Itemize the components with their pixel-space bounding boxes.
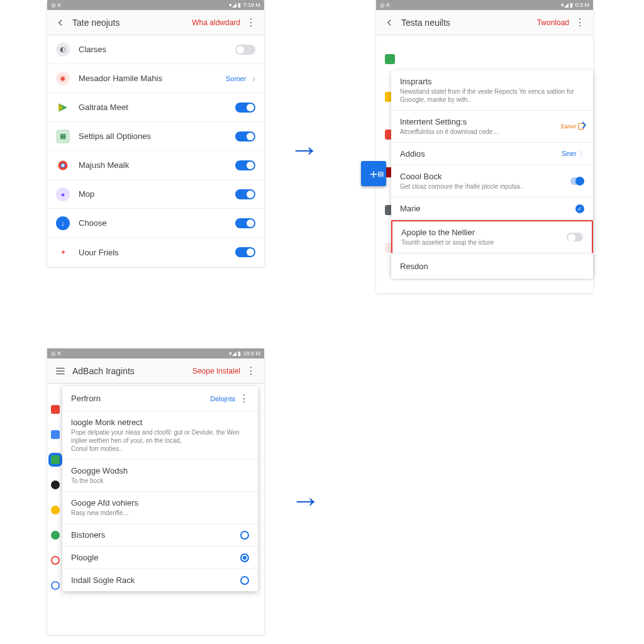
row-sub: Atroeffulnlss on ê download cede… <box>400 128 561 136</box>
app-bar: Testa neuilts Twonload ⋮ <box>376 10 593 35</box>
list-item[interactable]: ● Mop <box>47 180 264 209</box>
list-item[interactable]: ↓ Choose <box>47 209 264 238</box>
row-right-text[interactable]: Siner ⋮ <box>562 150 584 157</box>
list-item[interactable]: ◉ Mesador Hamile Mahis Somer › <box>47 64 264 93</box>
popup-row[interactable]: Bistoners <box>62 524 258 547</box>
more-icon[interactable]: ⋮ <box>573 16 587 30</box>
status-right: ▾◢ ▮ 7:19 M <box>229 2 260 8</box>
toggle[interactable] <box>235 247 255 257</box>
back-icon[interactable] <box>382 16 396 30</box>
radio[interactable] <box>240 576 249 585</box>
row-title: loogle Monk netrect <box>71 418 249 427</box>
row-title: Interrtent Setting:s <box>400 117 561 126</box>
flow-arrow-icon: → <box>289 132 319 167</box>
row-title: Addios <box>400 149 562 158</box>
app-icon: ✶ <box>56 245 70 259</box>
popup-row[interactable]: loogle Monk netrect Pope delpatie your n… <box>62 411 258 460</box>
header-action[interactable]: Seope Instalel <box>192 367 240 375</box>
svg-point-2 <box>62 164 65 167</box>
app-bar: Tate neojuts Wha aldwdard ⋮ <box>47 10 264 35</box>
panel-row[interactable]: Marie ✓ <box>391 197 593 220</box>
list-item[interactable]: ▦ Settips all Optiiones <box>47 122 264 151</box>
item-label: Mop <box>79 189 235 199</box>
item-label: Settips all Optiiones <box>79 131 235 141</box>
app-icon: ● <box>56 187 70 201</box>
row-title: Googge Wodsh <box>71 466 249 475</box>
status-right: ▾◢ ▮ 0:3 M <box>561 2 589 8</box>
panel-row[interactable]: Interrtent Setting:s Atroeffulnlss on ê … <box>391 111 593 143</box>
app-bar: AdBach Iragints Seope Instalel ⋮ <box>47 358 264 384</box>
more-icon[interactable]: ⋮ <box>244 364 258 378</box>
header-action[interactable]: Wha aldwdard <box>192 18 240 27</box>
status-left: ◎ K <box>380 2 391 8</box>
item-label: Uour Friels <box>79 248 235 257</box>
app-icon: ▦ <box>56 130 70 143</box>
page-title: Tate neojuts <box>72 18 192 28</box>
page-title: AdBach Iragints <box>72 366 192 376</box>
row-title: Marie <box>400 204 575 213</box>
row-title: Ploogle <box>71 553 240 562</box>
row-sub: Pope delpatie your nleas and cloofil: gu… <box>71 428 249 453</box>
toggle[interactable] <box>235 218 255 228</box>
status-right: ▾◢ ▮ 18:9 M <box>229 350 260 357</box>
popup-link[interactable]: Delojnts <box>210 395 235 402</box>
panel-row-highlighted[interactable]: Apople to the Nellier Tounth assetiet or… <box>391 220 593 253</box>
more-icon[interactable]: ⋮ <box>239 392 249 404</box>
row-sub: Tounth assetiet or soup the icture <box>401 238 567 247</box>
toggle[interactable] <box>235 103 255 113</box>
popup-row[interactable]: Indall Sogle Rack <box>62 569 258 591</box>
chrome-icon <box>56 158 70 172</box>
fab-add-button[interactable]: ＋ ▤ <box>361 161 386 186</box>
list-item[interactable]: ◐ Clarses <box>47 35 264 64</box>
toggle[interactable] <box>235 160 255 170</box>
popup-menu: Perfrorn Delojnts ⋮ loogle Monk netrect … <box>62 386 258 591</box>
popup-title: Perfrorn <box>71 394 210 403</box>
toggle[interactable] <box>570 177 584 185</box>
popup-row[interactable]: Ploogle <box>62 547 258 569</box>
panel-desc: Newsitand statel from if the veste Repec… <box>400 87 584 104</box>
page-title: Testa neuilts <box>401 18 537 28</box>
status-bar: ◎ K ▾◢ ▮ 18:9 M <box>47 348 264 358</box>
app-icon: ◐ <box>56 43 70 57</box>
menu-icon[interactable] <box>53 364 67 378</box>
app-icon: ◉ <box>56 72 70 86</box>
list-item[interactable]: Galtrata Meet <box>47 93 264 122</box>
row-title: Bistoners <box>71 530 240 540</box>
status-bar: ◎ K ▾◢ ▮ 0:3 M <box>376 0 593 10</box>
radio[interactable] <box>240 553 249 562</box>
list-item[interactable]: ✶ Uour Friels <box>47 238 264 267</box>
radio[interactable] <box>240 531 249 540</box>
check-icon[interactable]: ✓ <box>575 204 584 213</box>
status-bar: ◎ K ▾◢ ▮ 7:19 M <box>47 0 264 10</box>
panel-row[interactable]: Addios Siner ⋮ <box>391 143 593 165</box>
toggle[interactable] <box>235 189 255 199</box>
panel-row[interactable]: Resdon <box>391 254 593 279</box>
back-icon[interactable] <box>53 16 67 30</box>
list-item[interactable]: Majush Mealk <box>47 151 264 180</box>
panel-header[interactable]: Insprarts Newsitand statel from if the v… <box>391 70 593 111</box>
row-title: Indall Sogle Rack <box>71 575 240 585</box>
toggle[interactable] <box>567 233 583 242</box>
panel-row[interactable]: Coool Bock Get cloaz comoure the ïhalle … <box>391 165 593 197</box>
app-icon: ↓ <box>56 216 70 230</box>
item-label: Mesador Hamile Mahis <box>79 74 226 83</box>
row-title: Coool Bock <box>400 172 570 181</box>
item-label: Choose <box>79 218 235 228</box>
toggle[interactable] <box>235 131 255 142</box>
status-left: ◎ K <box>51 2 62 8</box>
chevron-right-icon: › <box>252 74 255 84</box>
toggle[interactable] <box>235 45 255 55</box>
phone-screen-1: ◎ K ▾◢ ▮ 7:19 M Tate neojuts Wha aldwdar… <box>47 0 264 267</box>
item-label: Majush Mealk <box>79 160 235 170</box>
more-icon[interactable]: ⋮ <box>244 16 258 30</box>
row-title: Apople to the Nellier <box>401 228 567 237</box>
status-left: ◎ K <box>51 350 62 357</box>
item-link[interactable]: Somer <box>226 75 246 82</box>
header-action[interactable]: Twonload <box>537 18 569 27</box>
popup-row[interactable]: Googe Afd vohiers Rasy new mderifle… <box>62 492 258 524</box>
row-sub: To the bock <box>71 477 249 485</box>
row-title: Googe Afd vohiers <box>71 498 249 508</box>
item-label: Clarses <box>79 45 235 54</box>
popup-row[interactable]: Googge Wodsh To the bock <box>62 460 258 492</box>
chevron-right-icon[interactable]: › <box>581 114 587 134</box>
